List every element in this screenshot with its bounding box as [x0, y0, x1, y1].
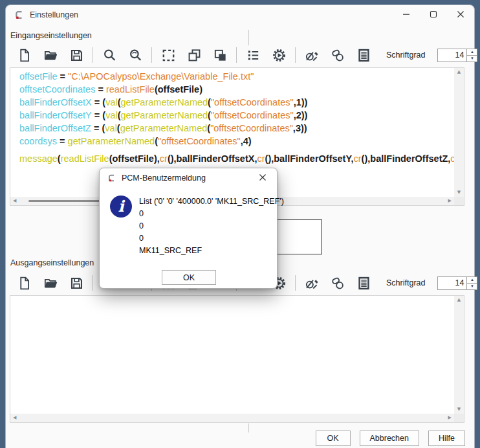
- info-icon: i: [110, 196, 132, 218]
- footer-divider: [248, 423, 249, 432]
- spin-down-icon[interactable]: ▼: [467, 56, 477, 62]
- new-file-icon: [17, 48, 32, 63]
- search-button[interactable]: [100, 47, 119, 63]
- search-icon: [102, 48, 117, 63]
- settings-window: Einstellungen Eingangseinstellungen Schr…: [5, 5, 475, 448]
- diameter-tool-button[interactable]: [302, 274, 322, 291]
- diameter-tool-button[interactable]: [302, 47, 322, 63]
- popup-ok-button[interactable]: OK: [162, 270, 216, 285]
- close-button[interactable]: [447, 5, 474, 25]
- scrollbar-corner: [454, 197, 464, 205]
- popup-message-line: 0: [139, 220, 284, 232]
- output-code-editor[interactable]: ▲ ▼ ◀ ▶: [10, 295, 464, 423]
- scroll-right-icon[interactable]: ▶: [448, 416, 452, 420]
- toolbar-separator: [93, 275, 93, 291]
- output-vertical-scrollbar[interactable]: ▲ ▼: [454, 296, 464, 414]
- save-icon: [69, 48, 84, 63]
- window-controls: [393, 5, 474, 25]
- toolbar-separator: [151, 47, 152, 63]
- diameter-tool-icon: [305, 276, 320, 291]
- code-line: coordsys = getParameterNamed("offtsetCoo…: [19, 135, 454, 148]
- scroll-down-icon[interactable]: ▼: [457, 407, 461, 412]
- scroll-up-icon[interactable]: ▲: [457, 298, 461, 302]
- open-folder-button[interactable]: [41, 274, 60, 291]
- new-file-button[interactable]: [15, 47, 34, 63]
- save-button[interactable]: [67, 47, 86, 63]
- output-code-text: [10, 296, 454, 414]
- close-icon: [457, 9, 464, 21]
- report-button[interactable]: [354, 47, 373, 63]
- fontsize-label: Schriftgrad: [386, 50, 425, 60]
- spin-up-icon[interactable]: ▲: [467, 277, 477, 284]
- scroll-down-icon[interactable]: ▼: [457, 190, 461, 195]
- input-vertical-scrollbar[interactable]: ▲ ▼: [454, 68, 464, 197]
- toolbar-separator: [295, 47, 296, 63]
- diameter-tool-icon: [305, 48, 320, 63]
- hilfe-button[interactable]: Hilfe: [428, 431, 465, 446]
- toolbar-separator: [93, 47, 93, 63]
- output-horizontal-scrollbar[interactable]: ◀ ▶: [10, 414, 454, 422]
- tree-list-button[interactable]: [243, 47, 263, 63]
- spin-down-icon[interactable]: ▼: [467, 284, 477, 289]
- popup-titlebar: PCM-Benutzermeldung: [100, 168, 277, 187]
- select-area-button[interactable]: [158, 47, 178, 63]
- report-icon: [356, 276, 371, 291]
- run-gear-icon: [272, 48, 287, 63]
- open-folder-button[interactable]: [41, 47, 60, 63]
- tree-list-icon: [246, 48, 261, 63]
- minimize-button[interactable]: [393, 5, 420, 25]
- geometry-elements-icon: [331, 276, 345, 291]
- popup-title: PCM-Benutzermeldung: [122, 174, 206, 183]
- geometry-elements-button[interactable]: [328, 47, 347, 63]
- code-line: [19, 148, 454, 152]
- popup-message-line: MK11_SRC_REF: [139, 245, 284, 257]
- copy-button[interactable]: [184, 47, 204, 63]
- code-line: ballFinderOffsetX = (val(getParameterNam…: [19, 96, 454, 109]
- calypso-app-icon: [14, 10, 25, 20]
- scroll-left-icon[interactable]: ◀: [13, 199, 16, 203]
- popup-message-line: List ('0' '0' '400000.0' 'MK11_SRC_REF'): [139, 196, 284, 208]
- popup-message-line: 0: [139, 232, 284, 245]
- paste-button[interactable]: [210, 47, 230, 63]
- toolbar-separator: [236, 47, 237, 63]
- close-icon: [259, 172, 267, 184]
- fontsize-spinner[interactable]: 14▲▼: [437, 276, 477, 290]
- report-icon: [356, 48, 371, 63]
- scroll-up-icon[interactable]: ▲: [457, 70, 461, 74]
- code-line: ballFinderOffsetY = (val(getParameterNam…: [19, 109, 454, 122]
- fontsize-value: 14: [438, 277, 466, 289]
- ok-button[interactable]: OK: [316, 431, 351, 446]
- new-file-icon: [17, 276, 32, 291]
- dialog-footer: OKAbbrechenHilfe: [316, 431, 465, 446]
- input-toolbar: Schriftgrad14▲▼: [6, 44, 465, 66]
- header-divider: [248, 30, 249, 45]
- scroll-left-icon[interactable]: ◀: [13, 416, 16, 420]
- scroll-right-icon[interactable]: ▶: [448, 199, 452, 203]
- open-folder-icon: [43, 48, 58, 63]
- window-title: Einstellungen: [30, 10, 78, 19]
- code-line: message(readListFile(offsetFile),cr(),ba…: [19, 152, 454, 165]
- maximize-button[interactable]: [420, 5, 447, 25]
- popup-message: List ('0' '0' '400000.0' 'MK11_SRC_REF')…: [139, 196, 284, 257]
- geometry-elements-icon: [331, 48, 345, 63]
- select-area-icon: [161, 48, 176, 63]
- search-replace-icon: [128, 48, 143, 63]
- input-section-label: Eingangseinstellungen: [10, 31, 92, 40]
- scrollbar-corner: [454, 414, 464, 422]
- abbrechen-button[interactable]: Abbrechen: [360, 431, 419, 446]
- calypso-app-icon: [107, 174, 116, 183]
- paste-icon: [213, 48, 228, 63]
- spin-up-icon[interactable]: ▲: [467, 49, 477, 56]
- report-button[interactable]: [354, 274, 373, 291]
- fontsize-label: Schriftgrad: [386, 278, 425, 287]
- geometry-elements-button[interactable]: [328, 274, 347, 291]
- maximize-icon: [430, 9, 437, 21]
- save-button[interactable]: [67, 274, 86, 291]
- minimize-icon: [402, 9, 410, 21]
- search-replace-button[interactable]: [125, 47, 145, 63]
- pcm-message-dialog: PCM-Benutzermeldung i List ('0' '0' '400…: [99, 168, 278, 289]
- new-file-button[interactable]: [15, 274, 34, 291]
- run-gear-button[interactable]: [269, 47, 289, 63]
- fontsize-spinner[interactable]: 14▲▼: [437, 49, 477, 62]
- popup-close-button[interactable]: [256, 172, 269, 185]
